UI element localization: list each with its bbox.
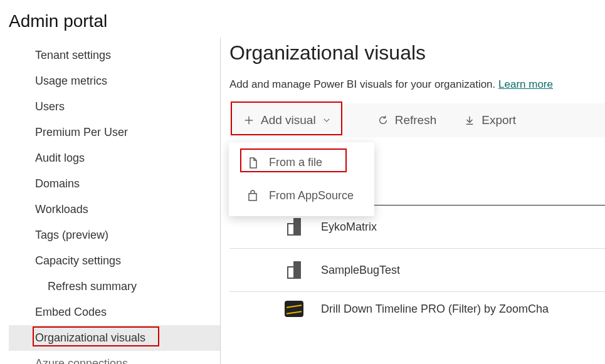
refresh-button[interactable]: Refresh — [364, 103, 451, 137]
sidebar-item-tags-preview[interactable]: Tags (preview) — [9, 222, 220, 248]
add-visual-dropdown: From a file From AppSource — [229, 142, 374, 216]
table-row[interactable]: SampleBugTest — [229, 249, 605, 292]
dropdown-from-appsource-label: From AppSource — [269, 189, 354, 202]
table-row[interactable]: Drill Down Timeline PRO (Filter) by Zoom… — [229, 292, 605, 317]
appsource-icon — [246, 190, 259, 202]
sidebar-item-domains[interactable]: Domains — [9, 171, 220, 197]
visual-name: EykoMatrix — [321, 221, 377, 234]
sidebar-item-premium-per-user[interactable]: Premium Per User — [9, 120, 220, 145]
download-icon — [464, 115, 475, 126]
sidebar-item-azure-connections[interactable]: Azure connections — [9, 351, 220, 364]
learn-more-link[interactable]: Learn more — [498, 78, 553, 90]
sidebar-item-usage-metrics[interactable]: Usage metrics — [9, 68, 220, 94]
dropdown-from-appsource[interactable]: From AppSource — [229, 179, 374, 212]
export-button[interactable]: Export — [450, 103, 530, 137]
sidebar-item-capacity-settings[interactable]: Capacity settings — [9, 248, 220, 274]
highlight-box — [231, 101, 342, 135]
main-content: Organizational visuals Add and manage Po… — [221, 38, 605, 364]
sidebar-item-workloads[interactable]: Workloads — [9, 197, 220, 222]
visual-icon — [285, 218, 303, 236]
header: Admin portal — [0, 0, 605, 38]
visuals-list: EykoMatrix SampleBugTest Drill Down Time… — [229, 205, 605, 317]
svg-rect-4 — [249, 194, 256, 200]
highlight-box — [33, 326, 159, 346]
visual-name: Drill Down Timeline PRO (Filter) by Zoom… — [321, 303, 549, 316]
visual-icon — [285, 261, 303, 279]
highlight-box — [240, 148, 347, 172]
page-description: Add and manage Power BI visuals for your… — [229, 78, 605, 91]
refresh-icon — [377, 115, 389, 126]
page-header-title: Admin portal — [9, 11, 596, 31]
sidebar-item-users[interactable]: Users — [9, 94, 220, 120]
export-label: Export — [481, 113, 516, 127]
page-title: Organizational visuals — [229, 41, 605, 65]
sidebar: Tenant settings Usage metrics Users Prem… — [9, 38, 221, 364]
sidebar-item-tenant-settings[interactable]: Tenant settings — [9, 43, 220, 68]
dropdown-from-file[interactable]: From a file — [229, 146, 374, 179]
sidebar-item-refresh-summary[interactable]: Refresh summary — [9, 274, 220, 299]
drilldown-icon — [285, 301, 303, 317]
sidebar-item-audit-logs[interactable]: Audit logs — [9, 145, 220, 171]
visual-name: SampleBugTest — [321, 264, 400, 277]
refresh-label: Refresh — [395, 113, 437, 127]
sidebar-item-embed-codes[interactable]: Embed Codes — [9, 299, 220, 325]
sidebar-item-organizational-visuals[interactable]: Organizational visuals — [9, 325, 220, 351]
toolbar: Add visual Refresh Export — [229, 103, 605, 137]
add-visual-button[interactable]: Add visual — [229, 103, 345, 137]
